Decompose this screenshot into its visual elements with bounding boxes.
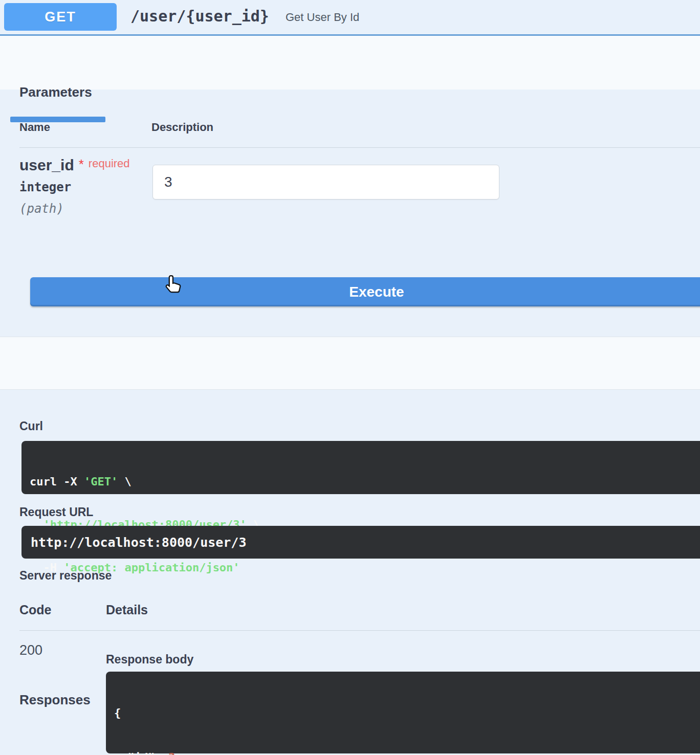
request-url-block: http://localhost:8000/user/3 [21,526,700,559]
request-url-label: Request URL [19,505,93,519]
tab-parameters[interactable]: Parameters [19,84,92,100]
method-badge[interactable]: GET [4,3,117,31]
execute-button[interactable]: Execute [30,277,700,306]
details-column-header: Details [106,603,148,617]
response-code: 200 [19,642,42,658]
param-name: user_id [19,157,74,174]
response-body-line: "id": 3, [114,750,700,755]
curl-label: Curl [19,419,43,433]
param-required-label: required [89,157,130,171]
swagger-operation-panel: GET /user/{user_id} Get User By Id Param… [0,0,700,755]
param-required-asterisk: * [79,157,84,172]
code-column-header: Code [19,603,52,617]
response-body-label: Response body [106,653,193,667]
curl-code-block: curl -X 'GET' \ 'http://localhost:8000/u… [21,441,700,494]
response-body-line: { [114,705,700,720]
endpoint-summary: Get User By Id [286,11,359,24]
param-location: (path) [19,202,64,216]
tab-bar: Parameters [0,36,700,90]
parameters-header-divider [19,147,700,148]
request-url-value: http://localhost:8000/user/3 [31,535,246,550]
param-type: integer [19,180,71,194]
param-name-row: user_id * required [19,157,130,174]
endpoint-path: /user/{user_id} [130,7,269,25]
description-column-header: Description [151,121,213,134]
response-body-block: { "id": 3, "name": "Sample User 3", "ema… [106,672,700,753]
curl-line: curl -X 'GET' \ [30,475,700,489]
curl-line: -H 'accept: application/json' [30,561,700,575]
server-response-label: Server response [19,569,112,583]
param-value-input[interactable] [152,165,499,199]
responses-section-title: Responses [19,692,91,708]
server-response-header-divider [19,630,700,631]
responses-section-header: Responses [0,337,700,390]
execute-button-label: Execute [349,284,404,300]
opblock-header[interactable]: GET /user/{user_id} Get User By Id [0,0,700,36]
name-column-header: Name [19,121,50,134]
